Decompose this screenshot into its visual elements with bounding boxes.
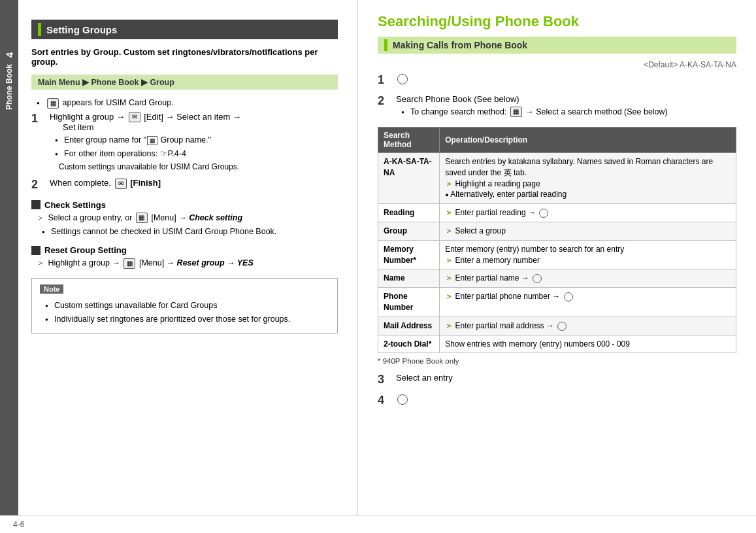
check-settings-heading: Check Settings xyxy=(31,200,338,210)
desc-group: ＞ Select a group xyxy=(440,222,736,241)
check-settings-body: ＞ Select a group entry, or ▦ [Menu] → Ch… xyxy=(37,213,338,238)
table-row: A-KA-SA-TA-NA Search entries by katakana… xyxy=(378,153,736,204)
step-1-bullets: Enter group name for "▦ Group name." For… xyxy=(55,135,338,160)
step-1-continued: Set item xyxy=(63,122,94,132)
usim-note-item: ▦ appears for USIM Card Group. xyxy=(37,97,338,109)
right-step-3-content: Select an entry xyxy=(396,373,736,383)
reading-icon xyxy=(539,209,548,218)
step-1-content: Highlight a group → ✉ [Edit] → Select an… xyxy=(50,112,338,172)
step-1-text: [Edit] → Select an item → xyxy=(144,112,241,122)
desc-mail: ＞ Enter partial mail address → xyxy=(440,317,736,335)
step4-circle-icon xyxy=(397,394,408,405)
mail-icon xyxy=(557,322,567,331)
black-bar-icon xyxy=(31,200,41,209)
left-panel: Setting Groups Sort entries by Group. Cu… xyxy=(18,0,358,515)
step-2-content: When complete, ✉ [Finish] xyxy=(50,178,338,189)
right-step-3-number: 3 xyxy=(378,373,392,387)
main-title: Searching/Using Phone Book xyxy=(378,13,736,30)
step-1-bullet-2: For other item operations: ☞P.4-4 xyxy=(55,148,338,160)
menu-icon-2: ▦ xyxy=(123,258,135,269)
intro-text: Sort entries by Group. Custom set ringto… xyxy=(31,47,338,67)
table-header-method: Search Method xyxy=(378,128,440,153)
desc-akasatana: Search entries by katakana syllabary. Na… xyxy=(440,153,736,204)
menu-icon-1: ▦ xyxy=(136,213,148,223)
note-bullet-2: Individually set ringtones are prioritiz… xyxy=(45,314,329,326)
step-2-finish: [Finish] xyxy=(130,178,161,188)
step3-label: Select an entry xyxy=(396,373,453,383)
note-label: Note xyxy=(40,284,63,294)
method-memory: MemoryNumber* xyxy=(378,240,440,269)
table-row: 2-touch Dial* Show entries with memory (… xyxy=(378,335,736,353)
search-table: Search Method Operation/Description A-KA… xyxy=(378,127,736,353)
side-tab-number: 4 xyxy=(4,52,15,58)
step-1-highlight: Highlight a group → xyxy=(50,112,125,122)
table-header-operation: Operation/Description xyxy=(440,128,736,153)
reset-body: ＞ Highlight a group → ▦ [Menu] → Reset g… xyxy=(37,258,338,269)
step2-label: Search Phone Book (See below) xyxy=(396,94,519,104)
section-heading: Setting Groups xyxy=(31,20,338,39)
step-2-text: When complete, xyxy=(50,178,111,188)
step1-circle-icon xyxy=(397,74,408,84)
right-step-4: 4 xyxy=(378,394,736,408)
table-row: Mail Address ＞ Enter partial mail addres… xyxy=(378,317,736,335)
right-step-2-number: 2 xyxy=(378,94,392,109)
step-1: 1 Highlight a group → ✉ [Edit] → Select … xyxy=(31,112,338,172)
name-icon xyxy=(533,274,542,283)
table-row: Reading ＞ Enter partial reading → xyxy=(378,204,736,222)
side-tab-label: Phone Book xyxy=(5,64,14,110)
method-group: Group xyxy=(378,222,440,241)
right-step-1-content xyxy=(396,73,736,84)
desc-phone: ＞ Enter partial phone number → xyxy=(440,288,736,317)
method-2touch: 2-touch Dial* xyxy=(378,335,440,353)
footnote: * 940P Phone Book only xyxy=(378,357,736,365)
right-step-1-number: 1 xyxy=(378,73,392,88)
right-step-3: 3 Select an entry xyxy=(378,373,736,387)
reset-heading: Reset Group Setting xyxy=(31,245,338,255)
breadcrumb: Main Menu ▶ Phone Book ▶ Group xyxy=(31,75,338,90)
green-bar-icon xyxy=(38,23,41,36)
desc-2touch: Show entries with memory (entry) numbers… xyxy=(440,335,736,353)
chevron-icon-1: ＞ xyxy=(37,213,44,222)
method-phone: PhoneNumber xyxy=(378,288,440,317)
step-1-bullet-1: Enter group name for "▦ Group name." xyxy=(55,135,338,146)
page-footer: 4-6 xyxy=(0,515,756,533)
right-step-1: 1 xyxy=(378,73,736,88)
sub-section-heading: Making Calls from Phone Book xyxy=(378,37,736,54)
method-reading: Reading xyxy=(378,204,440,222)
note-bullet-1: Custom settings unavailable for Card Gro… xyxy=(45,300,329,312)
note-box: Note Custom settings unavailable for Car… xyxy=(31,278,338,334)
check-settings-bullet: Settings cannot be checked in USIM Card … xyxy=(42,226,338,238)
step-1-sub: Custom settings unavailable for USIM Car… xyxy=(59,162,338,171)
phone-num-icon xyxy=(564,292,573,301)
edit-icon: ✉ xyxy=(129,112,140,122)
step-2: 2 When complete, ✉ [Finish] xyxy=(31,178,338,192)
right-panel: Searching/Using Phone Book Making Calls … xyxy=(358,0,756,515)
black-bar-icon-2 xyxy=(31,246,41,255)
method-akasatana: A-KA-SA-TA-NA xyxy=(378,153,440,204)
phone-icon: ▦ xyxy=(510,107,522,117)
desc-name: ＞ Enter partial name → xyxy=(440,269,736,288)
check-setting-italic: Check setting xyxy=(189,213,242,222)
finish-icon: ✉ xyxy=(115,179,127,189)
right-step-2: 2 Search Phone Book (See below) To chang… xyxy=(378,94,736,121)
desc-memory: Enter memory (entry) number to search fo… xyxy=(440,240,736,269)
note-bullets: Custom settings unavailable for Card Gro… xyxy=(45,300,329,325)
step-1-number: 1 xyxy=(31,112,46,126)
default-label: <Default> A-KA-SA-TA-NA xyxy=(378,60,736,69)
reset-italic: Reset group → YES xyxy=(177,258,254,267)
right-step-4-content xyxy=(396,394,736,405)
right-step-2-content: Search Phone Book (See below) To change … xyxy=(396,94,736,121)
side-tab: 4 Phone Book xyxy=(0,0,18,515)
table-row: PhoneNumber ＞ Enter partial phone number… xyxy=(378,288,736,317)
step-2-number: 2 xyxy=(31,178,46,192)
usim-icon: ▦ xyxy=(47,98,59,109)
method-name: Name xyxy=(378,269,440,288)
sub-title: Making Calls from Phone Book xyxy=(393,40,527,50)
method-mail: Mail Address xyxy=(378,317,440,335)
step2-bullets: To change search method: ▦ → Select a se… xyxy=(401,107,736,118)
green-bar-icon-2 xyxy=(384,39,387,51)
right-step-4-number: 4 xyxy=(378,394,392,408)
check-settings-bullets: Settings cannot be checked in USIM Card … xyxy=(42,226,338,238)
chevron-icon-2: ＞ xyxy=(37,258,44,267)
section-title: Setting Groups xyxy=(46,24,117,35)
